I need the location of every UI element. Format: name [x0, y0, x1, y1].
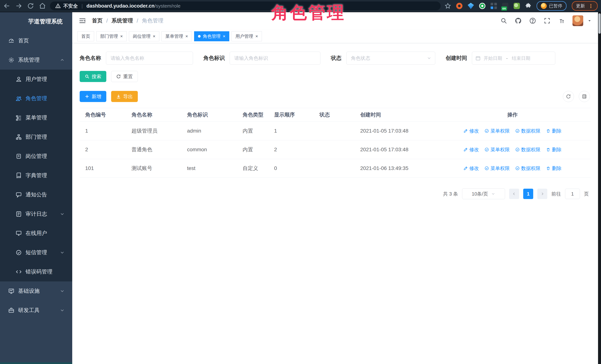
goto-page-input[interactable] — [565, 189, 580, 199]
page-scrollbar[interactable] — [598, 12, 601, 364]
sidebar-toggle-icon[interactable] — [79, 17, 86, 25]
browser-update-button[interactable]: 更新 ⋮ — [572, 1, 598, 11]
date-start-placeholder[interactable]: 开始日期 — [484, 55, 502, 61]
close-icon[interactable]: × — [255, 34, 258, 39]
breadcrumb-system[interactable]: 系统管理 — [111, 17, 133, 24]
next-page-button[interactable] — [537, 189, 547, 199]
sidebar-item-roles[interactable]: 角色管理 — [0, 89, 72, 108]
help-icon[interactable] — [529, 17, 536, 24]
status-select-input[interactable] — [346, 52, 435, 65]
sidebar-item-infrastructure[interactable]: 基础设施 — [0, 281, 72, 301]
extension-grid-icon[interactable] — [491, 3, 497, 9]
search-button[interactable]: 搜索 — [80, 71, 106, 82]
app-logo-row[interactable]: 芋道管理系统 — [0, 12, 72, 31]
fullscreen-icon[interactable] — [544, 17, 551, 24]
data-permission-link[interactable]: 数据权限 — [515, 147, 541, 153]
edit-link[interactable]: 修改 — [463, 147, 479, 153]
status-select[interactable] — [346, 52, 435, 65]
edit-link[interactable]: 修改 — [463, 165, 479, 172]
tab-posts[interactable]: 岗位管理 × — [129, 31, 159, 41]
sidebar-bottom-strip — [0, 362, 72, 364]
sidebar-item-notice[interactable]: 通知公告 — [0, 185, 72, 204]
delete-link[interactable]: 删除 — [546, 147, 561, 153]
scrollbar-thumb[interactable] — [598, 13, 601, 34]
extension-green-circle-icon[interactable] — [479, 3, 485, 9]
extensions-puzzle-icon[interactable] — [525, 3, 531, 9]
chevron-down-icon — [60, 250, 65, 255]
tab-departments[interactable]: 部门管理 × — [96, 31, 127, 41]
sidebar-item-system[interactable]: 系统管理 — [0, 50, 72, 70]
delete-link[interactable]: 删除 — [546, 128, 561, 134]
app-title: 芋道管理系统 — [28, 18, 63, 25]
edit-link[interactable]: 修改 — [463, 128, 479, 134]
export-button[interactable]: 导出 — [111, 91, 138, 102]
date-range-picker[interactable]: 开始日期 - 结束日期 — [472, 52, 555, 65]
download-icon — [116, 94, 121, 99]
tab-menus[interactable]: 菜单管理 × — [161, 31, 192, 41]
github-icon[interactable] — [515, 17, 522, 24]
forward-icon[interactable] — [15, 2, 22, 10]
extension-gem-icon[interactable] — [468, 3, 474, 9]
sidebar-item-home[interactable]: 首页 — [0, 31, 72, 50]
chrome-menu-icon[interactable]: ⋮ — [588, 3, 593, 9]
bookmark-star-icon[interactable] — [445, 3, 451, 9]
caret-down-icon[interactable] — [587, 19, 592, 23]
sidebar-item-audit-log[interactable]: 审计日志 — [0, 204, 72, 224]
menu-permission-link[interactable]: 菜单权限 — [484, 147, 510, 153]
font-size-icon[interactable] — [558, 17, 565, 24]
current-page-button[interactable]: 1 — [523, 189, 533, 199]
back-icon[interactable] — [3, 2, 10, 10]
role-name-input[interactable] — [106, 52, 193, 65]
data-permission-link[interactable]: 数据权限 — [515, 165, 541, 172]
search-icon[interactable] — [500, 17, 507, 24]
menu-permission-link[interactable]: 菜单权限 — [484, 165, 510, 172]
refresh-table-button[interactable] — [563, 91, 574, 102]
sidebar-item-error-codes[interactable]: 错误码管理 — [0, 262, 72, 281]
home-icon[interactable] — [39, 2, 46, 10]
extension-orange-icon[interactable] — [456, 3, 462, 9]
tab-home[interactable]: 首页 — [77, 31, 94, 41]
sidebar-submenu-system: 用户管理 角色管理 菜单管理 部门管理 岗位管理 字典管理 — [0, 70, 72, 281]
sidebar-item-users[interactable]: 用户管理 — [0, 70, 72, 89]
column-settings-button[interactable] — [579, 91, 590, 102]
security-label[interactable]: 不安全 — [63, 3, 78, 9]
avatar[interactable] — [572, 15, 583, 26]
extension-dark-icon[interactable]: on — [502, 3, 508, 9]
add-button[interactable]: 新增 — [80, 91, 106, 102]
cell-role-type: 内置 — [243, 146, 274, 153]
sidebar-item-dict[interactable]: 字典管理 — [0, 166, 72, 185]
reload-icon[interactable] — [27, 2, 34, 10]
profile-paused-chip[interactable]: 已暂停 — [537, 1, 567, 11]
sidebar-item-sms[interactable]: 短信管理 — [0, 243, 72, 262]
sidebar-item-posts[interactable]: 岗位管理 — [0, 147, 72, 166]
sidebar-item-online-users[interactable]: 在线用户 — [0, 224, 72, 243]
cell-actions: 修改 菜单权限 数据权限 删除 — [440, 147, 585, 153]
roles-icon — [16, 95, 22, 102]
filter-status: 状态 — [331, 52, 435, 65]
close-icon[interactable]: × — [223, 34, 225, 39]
delete-link[interactable]: 删除 — [546, 165, 561, 172]
extension-leaf-icon[interactable] — [514, 3, 520, 9]
sidebar-item-menus[interactable]: 菜单管理 — [0, 108, 72, 127]
close-icon[interactable]: × — [153, 34, 155, 39]
data-permission-link[interactable]: 数据权限 — [515, 128, 541, 134]
page-size-select[interactable]: 10条/页 — [462, 188, 505, 199]
calendar-icon — [475, 56, 481, 61]
chrome-toolbar-right: on 已暂停 更新 ⋮ — [445, 1, 598, 11]
reset-button[interactable]: 重置 — [111, 71, 138, 82]
url-bar[interactable]: 不安全 | dashboard.yudao.iocoder.cn /system… — [50, 1, 441, 10]
sidebar-item-departments[interactable]: 部门管理 — [0, 127, 72, 147]
tab-users[interactable]: 用户管理 × — [231, 31, 262, 41]
magnifier-icon — [85, 74, 90, 79]
close-icon[interactable]: × — [120, 34, 123, 39]
role-key-input[interactable] — [230, 52, 321, 65]
sidebar-item-dev-tools[interactable]: 研发工具 — [0, 301, 72, 320]
breadcrumb-home[interactable]: 首页 — [92, 17, 103, 24]
date-end-placeholder[interactable]: 结束日期 — [512, 55, 530, 61]
filter-create-time: 创建时间 开始日期 - 结束日期 — [446, 52, 555, 65]
close-icon[interactable]: × — [185, 34, 188, 39]
col-header-time: 创建时间 — [360, 111, 440, 118]
prev-page-button[interactable] — [509, 189, 519, 199]
menu-permission-link[interactable]: 菜单权限 — [484, 128, 510, 134]
tab-roles[interactable]: 角色管理 × — [194, 31, 229, 41]
